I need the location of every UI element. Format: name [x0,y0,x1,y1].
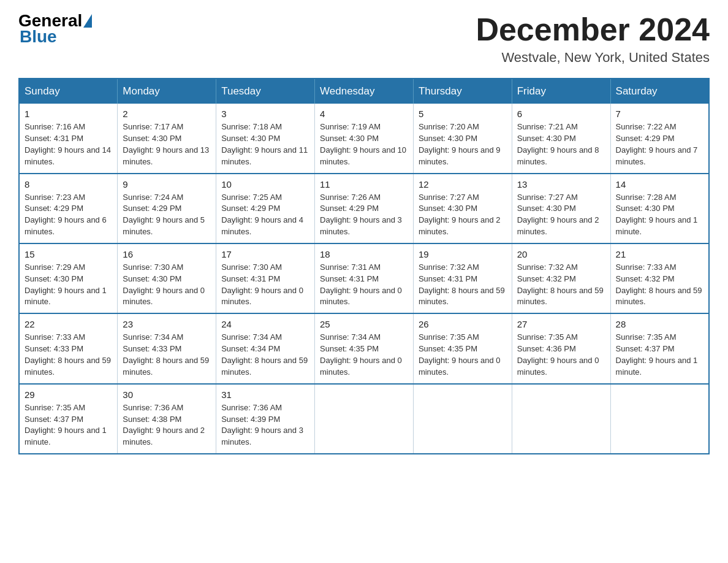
calendar-day-cell: 9 Sunrise: 7:24 AMSunset: 4:29 PMDayligh… [118,174,216,243]
day-number: 19 [419,249,507,259]
day-number: 27 [517,319,605,329]
calendar-day-cell [315,384,414,454]
day-info: Sunrise: 7:34 AMSunset: 4:34 PMDaylight:… [221,332,309,378]
page-header: General Blue December 2024 Westvale, New… [18,12,710,66]
day-number: 17 [221,249,309,259]
day-number: 8 [25,179,112,190]
location-title: Westvale, New York, United States [476,50,710,66]
calendar-day-cell: 31 Sunrise: 7:36 AMSunset: 4:39 PMDaylig… [216,384,315,454]
calendar-day-cell [413,384,512,454]
day-number: 4 [320,109,408,119]
day-number: 15 [25,249,112,259]
day-info: Sunrise: 7:22 AMSunset: 4:29 PMDaylight:… [616,121,703,167]
day-info: Sunrise: 7:19 AMSunset: 4:30 PMDaylight:… [320,121,408,167]
day-number: 7 [616,109,703,119]
logo-triangle-icon [83,14,92,28]
day-number: 20 [517,249,605,259]
day-info: Sunrise: 7:35 AMSunset: 4:35 PMDaylight:… [419,332,507,378]
day-number: 1 [25,109,112,119]
day-number: 26 [419,319,507,329]
day-number: 24 [221,319,309,329]
day-info: Sunrise: 7:27 AMSunset: 4:30 PMDaylight:… [517,192,605,238]
calendar-day-cell: 6 Sunrise: 7:21 AMSunset: 4:30 PMDayligh… [512,104,610,173]
day-number: 13 [517,179,605,190]
calendar-day-cell: 14 Sunrise: 7:28 AMSunset: 4:30 PMDaylig… [610,174,709,243]
calendar-week-row: 1 Sunrise: 7:16 AMSunset: 4:31 PMDayligh… [19,104,709,173]
day-number: 31 [221,389,309,400]
day-info: Sunrise: 7:26 AMSunset: 4:29 PMDaylight:… [320,192,408,238]
calendar-day-cell: 21 Sunrise: 7:33 AMSunset: 4:32 PMDaylig… [610,243,709,313]
day-of-week-header: Sunday [19,79,118,104]
day-info: Sunrise: 7:25 AMSunset: 4:29 PMDaylight:… [221,192,309,238]
calendar-week-row: 22 Sunrise: 7:33 AMSunset: 4:33 PMDaylig… [19,313,709,383]
calendar-day-cell: 26 Sunrise: 7:35 AMSunset: 4:35 PMDaylig… [413,313,512,383]
logo: General Blue [18,12,92,47]
day-info: Sunrise: 7:34 AMSunset: 4:35 PMDaylight:… [320,332,408,378]
calendar-day-cell [610,384,709,454]
day-of-week-header: Tuesday [216,79,315,104]
calendar-day-cell: 27 Sunrise: 7:35 AMSunset: 4:36 PMDaylig… [512,313,610,383]
day-info: Sunrise: 7:30 AMSunset: 4:31 PMDaylight:… [221,262,309,308]
calendar-week-row: 8 Sunrise: 7:23 AMSunset: 4:29 PMDayligh… [19,174,709,243]
day-info: Sunrise: 7:21 AMSunset: 4:30 PMDaylight:… [517,121,605,167]
calendar-week-row: 29 Sunrise: 7:35 AMSunset: 4:37 PMDaylig… [19,384,709,454]
day-info: Sunrise: 7:36 AMSunset: 4:39 PMDaylight:… [221,402,309,448]
day-number: 14 [616,179,703,190]
day-info: Sunrise: 7:16 AMSunset: 4:31 PMDaylight:… [25,121,112,167]
day-info: Sunrise: 7:35 AMSunset: 4:37 PMDaylight:… [616,332,703,378]
day-info: Sunrise: 7:31 AMSunset: 4:31 PMDaylight:… [320,262,408,308]
day-info: Sunrise: 7:17 AMSunset: 4:30 PMDaylight:… [123,121,211,167]
day-number: 5 [419,109,507,119]
day-info: Sunrise: 7:36 AMSunset: 4:38 PMDaylight:… [123,402,211,448]
calendar-day-cell: 28 Sunrise: 7:35 AMSunset: 4:37 PMDaylig… [610,313,709,383]
day-info: Sunrise: 7:29 AMSunset: 4:30 PMDaylight:… [25,262,112,308]
month-title: December 2024 [476,12,710,47]
day-info: Sunrise: 7:28 AMSunset: 4:30 PMDaylight:… [616,192,703,238]
day-number: 30 [123,389,211,400]
calendar-day-cell: 24 Sunrise: 7:34 AMSunset: 4:34 PMDaylig… [216,313,315,383]
calendar-day-cell: 11 Sunrise: 7:26 AMSunset: 4:29 PMDaylig… [315,174,414,243]
day-number: 9 [123,179,211,190]
day-of-week-header: Monday [118,79,216,104]
calendar-day-cell: 10 Sunrise: 7:25 AMSunset: 4:29 PMDaylig… [216,174,315,243]
calendar-table: SundayMondayTuesdayWednesdayThursdayFrid… [18,78,710,454]
calendar-day-cell: 23 Sunrise: 7:34 AMSunset: 4:33 PMDaylig… [118,313,216,383]
day-number: 29 [25,389,112,400]
day-info: Sunrise: 7:20 AMSunset: 4:30 PMDaylight:… [419,121,507,167]
day-of-week-header: Saturday [610,79,709,104]
day-number: 10 [221,179,309,190]
day-info: Sunrise: 7:30 AMSunset: 4:30 PMDaylight:… [123,262,211,308]
calendar-day-cell: 5 Sunrise: 7:20 AMSunset: 4:30 PMDayligh… [413,104,512,173]
day-info: Sunrise: 7:27 AMSunset: 4:30 PMDaylight:… [419,192,507,238]
day-number: 18 [320,249,408,259]
calendar-day-cell: 7 Sunrise: 7:22 AMSunset: 4:29 PMDayligh… [610,104,709,173]
calendar-day-cell: 1 Sunrise: 7:16 AMSunset: 4:31 PMDayligh… [19,104,118,173]
calendar-day-cell: 2 Sunrise: 7:17 AMSunset: 4:30 PMDayligh… [118,104,216,173]
day-number: 16 [123,249,211,259]
calendar-header-row: SundayMondayTuesdayWednesdayThursdayFrid… [19,79,709,104]
day-info: Sunrise: 7:33 AMSunset: 4:33 PMDaylight:… [25,332,112,378]
calendar-day-cell: 8 Sunrise: 7:23 AMSunset: 4:29 PMDayligh… [19,174,118,243]
calendar-day-cell: 17 Sunrise: 7:30 AMSunset: 4:31 PMDaylig… [216,243,315,313]
day-info: Sunrise: 7:32 AMSunset: 4:32 PMDaylight:… [517,262,605,308]
day-number: 25 [320,319,408,329]
day-of-week-header: Wednesday [315,79,414,104]
calendar-day-cell: 29 Sunrise: 7:35 AMSunset: 4:37 PMDaylig… [19,384,118,454]
day-number: 11 [320,179,408,190]
calendar-day-cell: 12 Sunrise: 7:27 AMSunset: 4:30 PMDaylig… [413,174,512,243]
calendar-day-cell: 30 Sunrise: 7:36 AMSunset: 4:38 PMDaylig… [118,384,216,454]
day-info: Sunrise: 7:35 AMSunset: 4:37 PMDaylight:… [25,402,112,448]
calendar-day-cell [512,384,610,454]
day-number: 23 [123,319,211,329]
day-info: Sunrise: 7:33 AMSunset: 4:32 PMDaylight:… [616,262,703,308]
day-info: Sunrise: 7:18 AMSunset: 4:30 PMDaylight:… [221,121,309,167]
day-number: 3 [221,109,309,119]
day-info: Sunrise: 7:35 AMSunset: 4:36 PMDaylight:… [517,332,605,378]
day-of-week-header: Friday [512,79,610,104]
calendar-day-cell: 18 Sunrise: 7:31 AMSunset: 4:31 PMDaylig… [315,243,414,313]
day-number: 28 [616,319,703,329]
day-info: Sunrise: 7:32 AMSunset: 4:31 PMDaylight:… [419,262,507,308]
calendar-day-cell: 19 Sunrise: 7:32 AMSunset: 4:31 PMDaylig… [413,243,512,313]
day-number: 21 [616,249,703,259]
calendar-day-cell: 4 Sunrise: 7:19 AMSunset: 4:30 PMDayligh… [315,104,414,173]
